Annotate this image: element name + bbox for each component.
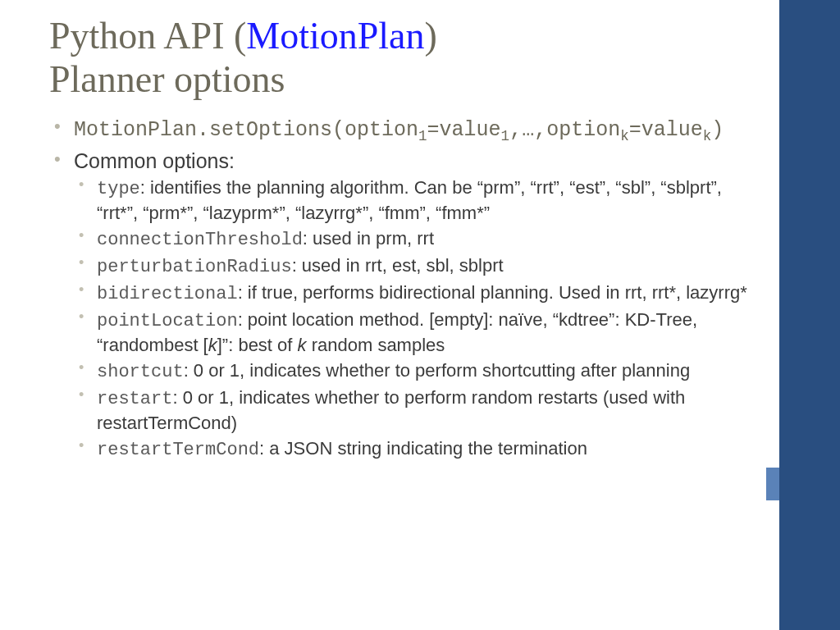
so-m1: =value: [427, 118, 501, 142]
so-end: ): [711, 118, 724, 142]
opt-bidi-rest: : if true, performs bidirectional planni…: [238, 282, 747, 303]
inner-list: type: identifies the planning algorithm.…: [74, 176, 755, 462]
bullet-common-options: Common options: type: identifies the pla…: [49, 148, 755, 463]
opt-connection-threshold: connectionThreshold: used in prm, rrt: [74, 226, 755, 252]
opt-conn-rest: : used in prm, rrt: [303, 228, 434, 249]
title-post: ): [425, 15, 437, 57]
opt-pert-code: perturbationRadius: [97, 257, 292, 277]
common-label: Common options:: [74, 149, 235, 172]
opt-pl-k1: k: [208, 335, 217, 355]
opt-rtc-code: restartTermCond: [97, 440, 259, 460]
opt-point-location: pointLocation: point location method. [e…: [74, 308, 755, 357]
opt-perturbation-radius: perturbationRadius: used in rrt, est, sb…: [74, 253, 755, 279]
opt-shortcut: shortcut: 0 or 1, indicates whether to p…: [74, 358, 755, 384]
opt-pl-r2: ]”: best of: [217, 335, 298, 355]
opt-rs-code: restart: [97, 389, 172, 409]
opt-conn-code: connectionThreshold: [97, 230, 303, 250]
sidebar-accent-dark: [779, 0, 840, 630]
bullet-setoptions: MotionPlan.setOptions(option1=value1,…,o…: [49, 115, 755, 146]
opt-pl-code: pointLocation: [97, 311, 238, 331]
slide-content: Python API (MotionPlan) Planner options …: [49, 15, 755, 463]
opt-restart-term-cond: restartTermCond: a JSON string indicatin…: [74, 436, 755, 462]
so-m3: =value: [629, 118, 703, 142]
opt-sc-code: shortcut: [97, 362, 184, 382]
opt-bidirectional: bidirectional: if true, performs bidirec…: [74, 281, 755, 306]
title-link: MotionPlan: [246, 15, 424, 57]
outer-list: MotionPlan.setOptions(option1=value1,…,o…: [49, 115, 755, 463]
slide-title: Python API (MotionPlan) Planner options: [49, 15, 755, 102]
so-m2: ,…,option: [509, 118, 620, 142]
opt-restart: restart: 0 or 1, indicates whether to pe…: [74, 386, 755, 435]
opt-pl-k2: k: [298, 335, 307, 355]
so-pre: MotionPlan.setOptions(option: [74, 118, 418, 142]
opt-sc-rest: : 0 or 1, indicates whether to perform s…: [184, 360, 691, 381]
opt-bidi-code: bidirectional: [97, 284, 238, 304]
opt-type: type: identifies the planning algorithm.…: [74, 176, 755, 225]
opt-pert-rest: : used in rrt, est, sbl, sblprt: [292, 255, 504, 276]
title-pre: Python API (: [49, 15, 246, 57]
opt-rtc-rest: : a JSON string indicating the terminati…: [259, 438, 587, 459]
opt-rs-rest: : 0 or 1, indicates whether to perform r…: [97, 387, 685, 433]
opt-type-code: type: [97, 179, 140, 199]
title-line2: Planner options: [49, 58, 285, 100]
opt-type-rest: : identifies the planning algorithm. Can…: [97, 177, 722, 223]
setoptions-code: MotionPlan.setOptions(option1=value1,…,o…: [74, 118, 724, 142]
opt-pl-r3: random samples: [307, 335, 445, 355]
